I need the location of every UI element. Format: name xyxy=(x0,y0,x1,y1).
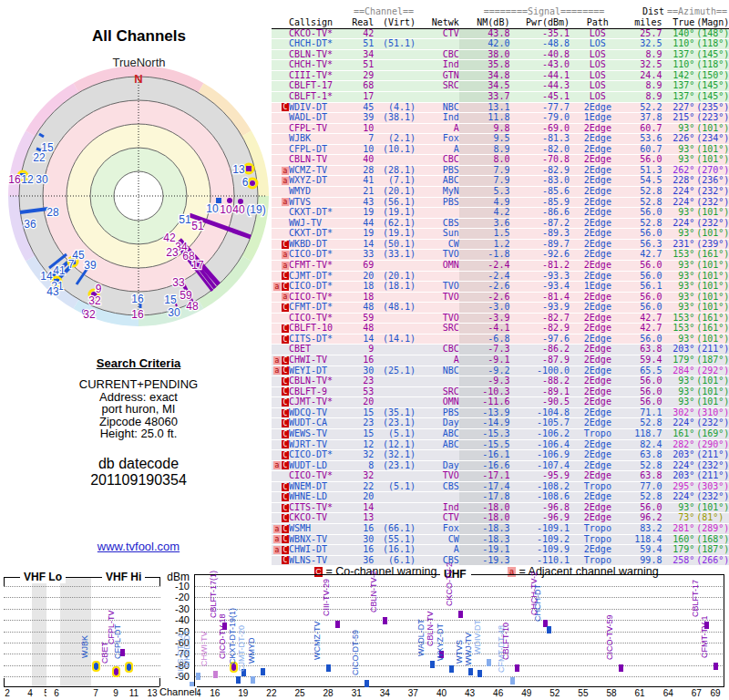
table-row: aCFMT-TV*69OMN-2.4-81.22Edge56.093°(101°… xyxy=(272,261,729,272)
station-table: ==Channel== ========Signal======== Dist … xyxy=(272,7,729,566)
table-row: aCCICO-DT*18(18.1)TVO-2.6-93.41Edge56.19… xyxy=(272,282,729,293)
channel-tick: 28 xyxy=(318,688,338,698)
search-criteria: Search Criteria CURRENT+PENDING Address:… xyxy=(2,356,275,440)
db-datecode: db datecode 201109190354 xyxy=(2,456,275,489)
svg-text:33: 33 xyxy=(172,276,185,289)
co-channel-warning-icon: C xyxy=(282,419,289,427)
header-miles: miles xyxy=(626,18,662,28)
header-netwk: Netwk xyxy=(416,18,459,28)
channel-tick: 9 xyxy=(106,688,126,698)
co-channel-warning-icon: C xyxy=(314,567,323,577)
header-virt: (Virt) xyxy=(374,18,416,28)
spectrum-bar-label: CFMT-TV-1 xyxy=(700,616,710,659)
table-row: CKXT-DT*19(19.1)4.2-86.62Edge56.093°(101… xyxy=(272,208,729,219)
vhf-lo-label: VHF Lo xyxy=(20,571,66,583)
spectrum-bar xyxy=(251,676,255,684)
spectrum-bar xyxy=(261,668,265,675)
co-channel-warning-icon: C xyxy=(282,535,289,543)
search-address-type: Address: exact xyxy=(2,391,275,404)
spectrum-bar-label: CBLN-TV xyxy=(426,612,436,647)
spectrum-bar xyxy=(114,668,118,675)
dbm-tick-label: -30 xyxy=(162,603,190,614)
radar-chart: 1522161230136101040(19)28365151423423681… xyxy=(0,0,292,365)
adjacent-channel-warning-icon: a xyxy=(273,356,281,365)
spectrum-bar-label: CBLN-TV-2 xyxy=(369,571,379,612)
channel-tick: 64 xyxy=(658,688,678,698)
adjacent-channel-warning-icon: a xyxy=(273,366,281,375)
adjacent-channel-warning-icon: a xyxy=(282,167,289,175)
channel-tick: 2 xyxy=(0,688,17,698)
spectrum-bar-label: WJBK xyxy=(80,635,90,658)
channel-tick: 58 xyxy=(601,688,621,698)
dbm-tick-label: -40 xyxy=(162,614,190,625)
spectrum-bar-label: WCMZ-TV xyxy=(313,622,323,661)
svg-text:22: 22 xyxy=(33,151,46,164)
search-city: port huron, MI xyxy=(2,403,275,416)
co-channel-warning-icon: C xyxy=(282,504,289,512)
header-nm: NM(dB) xyxy=(459,18,510,28)
tvfool-report-page: 1522161230136101040(19)28365151423423681… xyxy=(0,0,729,700)
channel-tick: 22 xyxy=(262,688,282,698)
spectrum-bar xyxy=(430,661,435,668)
co-channel-warning-icon: C xyxy=(282,546,289,554)
spectrum-bar xyxy=(449,665,454,673)
svg-text:32: 32 xyxy=(88,294,101,307)
co-channel-warning-icon: C xyxy=(282,461,289,469)
adjacent-channel-warning-icon: a xyxy=(282,293,289,301)
svg-text:17: 17 xyxy=(191,259,204,272)
db-datecode-value: 201109190354 xyxy=(2,472,275,489)
channel-tick: 43 xyxy=(460,688,480,698)
db-datecode-label: db datecode xyxy=(2,456,275,472)
adjacent-channel-warning-icon: a xyxy=(282,198,289,206)
spectrum-bar xyxy=(487,659,491,666)
header-azimuth-group: ==Azimuth== xyxy=(664,7,729,18)
svg-text:(19): (19) xyxy=(246,203,265,216)
table-header-groups: ==Channel== ========Signal======== Dist … xyxy=(272,7,729,18)
adjacent-channel-warning-icon: a xyxy=(282,262,289,270)
channel-tick: 31 xyxy=(346,688,366,698)
svg-text:10: 10 xyxy=(220,203,232,216)
channel-tick: 49 xyxy=(517,688,537,698)
table-row: WMYD21(20.1)MyN5.3-85.62Edge52.8224°(232… xyxy=(272,187,729,198)
adjacent-channel-warning-icon: a xyxy=(273,461,281,469)
search-criteria-heading: Search Criteria xyxy=(2,356,275,370)
table-row: CWEWS-TV15(5.1)ABC-15.3-106.2Tropo118.71… xyxy=(272,429,729,440)
spectrum-bar-label: CFPL-DT xyxy=(113,624,123,659)
adjacent-channel-warning-icon: a xyxy=(273,525,281,533)
co-channel-warning-icon: C xyxy=(282,493,289,501)
spectrum-bar xyxy=(335,621,340,628)
header-signal-group: ========Signal======== xyxy=(460,7,628,18)
adjacent-channel-warning-icon: a xyxy=(273,546,281,554)
tvfool-link[interactable]: www.tvfool.com xyxy=(98,540,180,553)
radar-title: All Channels xyxy=(27,27,251,46)
spectrum-bar xyxy=(383,617,387,624)
channel-tick: 7 xyxy=(86,688,106,698)
channel-tick: 55 xyxy=(573,688,593,698)
spectrum-bar-label: CKCO-TV-2 xyxy=(445,562,455,606)
channel-tick: 6 xyxy=(46,688,67,698)
spectrum-bar xyxy=(468,668,473,675)
header-pwr: Pwr(dBm) xyxy=(509,18,570,28)
svg-text:30: 30 xyxy=(168,306,180,319)
co-channel-warning-icon: C xyxy=(282,451,289,459)
search-zipcode: Zipcode 48060 xyxy=(2,416,275,428)
svg-text:9: 9 xyxy=(96,283,102,295)
spectrum-bar xyxy=(477,670,482,677)
co-channel-warning-icon: C xyxy=(282,409,289,417)
co-channel-warning-icon: C xyxy=(282,272,289,280)
spectrum-bar-label: CBLFT-17 xyxy=(691,580,701,617)
spectrum-bar xyxy=(547,626,551,633)
spectrum-bar-label: WXYZ-DT xyxy=(436,623,446,661)
svg-text:16: 16 xyxy=(8,173,21,186)
svg-text:32: 32 xyxy=(83,308,96,321)
spectrum-bar-label: CBLFT-10 xyxy=(501,623,511,660)
adjacent-channel-warning-icon: a xyxy=(273,535,281,543)
co-channel-warning-icon: C xyxy=(282,335,289,344)
svg-text:45: 45 xyxy=(72,249,85,262)
svg-text:41: 41 xyxy=(53,264,66,277)
dbm-axis-title: dBm xyxy=(162,571,190,583)
co-channel-warning-icon: C xyxy=(282,398,289,407)
spectrum-bar-label: CICO-TV-18 xyxy=(218,613,228,659)
spectrum-bar-label: WKBD-DT xyxy=(182,630,192,668)
spectrum-bar xyxy=(196,673,200,680)
